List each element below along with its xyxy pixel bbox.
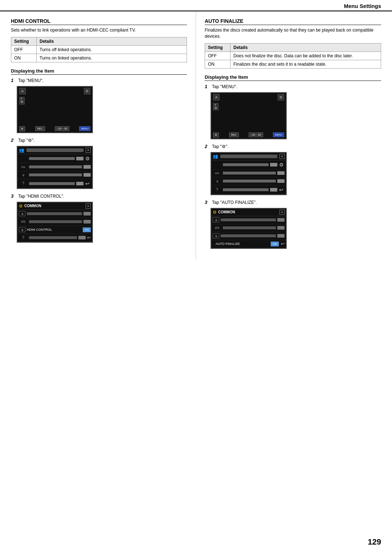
menu-row-val bbox=[277, 171, 285, 175]
hdmi-on-setting: ON bbox=[11, 54, 37, 62]
menu-row-bar bbox=[223, 172, 276, 175]
hdmi-step1: 1 Tap "MENU". bbox=[11, 78, 187, 83]
common-row-bar bbox=[221, 218, 276, 221]
hdmi-control-title: HDMI CONTROL bbox=[11, 18, 187, 25]
cam-btn-left: ⊞ bbox=[19, 126, 25, 131]
menu-back-icon: ↩ bbox=[278, 186, 285, 193]
common-row-val bbox=[277, 226, 285, 230]
af-step2-text: Tap "⚙". bbox=[212, 144, 229, 149]
af-step1-num: 1 bbox=[205, 84, 211, 89]
people-icon: 👥 bbox=[19, 148, 24, 153]
hdmi-step3: 3 Tap "HDMI CONTROL". bbox=[11, 193, 187, 199]
menu-display: 👥 × ⚙ II/II ∨ bbox=[211, 152, 287, 195]
common-ii-row: II/II bbox=[211, 224, 286, 232]
menu-row-bar bbox=[29, 157, 75, 160]
menu-close-button[interactable]: × bbox=[86, 148, 91, 153]
common-back-icon: ↩ bbox=[87, 235, 91, 240]
hdmi-step3-text: Tap "HDMI CONTROL". bbox=[18, 193, 64, 199]
menu-close-button[interactable]: × bbox=[279, 154, 285, 159]
menu-list-row: ∨ bbox=[17, 171, 92, 179]
table-row: ON Finalizes the disc and sets it to a r… bbox=[205, 60, 381, 68]
common-row-bar bbox=[27, 212, 82, 215]
cam-icon-d: D bbox=[278, 94, 284, 100]
cam-btn-2d3d: □2D→3D bbox=[55, 126, 69, 131]
menu-row-bar bbox=[29, 173, 82, 176]
af-common-screen: ⚙ COMMON × ∧ II/II ∨ bbox=[211, 208, 381, 249]
common-row-bar bbox=[29, 220, 82, 223]
menu-list-row: ∨ bbox=[211, 177, 286, 185]
cam-icon-a: A bbox=[19, 88, 26, 94]
hdmi-off-setting: OFF bbox=[11, 45, 37, 54]
common-hdmi-label: HDMI CONTROL bbox=[27, 228, 81, 231]
page-header: Menu Settings bbox=[0, 0, 392, 11]
common-row-bar bbox=[223, 226, 276, 229]
menu-list-row: II/II bbox=[17, 163, 92, 171]
hdmi-control-desc: Sets whether to link operations with an … bbox=[11, 27, 187, 33]
menu-top-row: 👥 × bbox=[17, 147, 92, 154]
cam-bottom-bar: ⊞ REC □2D→3D MENU bbox=[17, 125, 92, 132]
common-q-row: ? ↩ bbox=[17, 234, 92, 242]
auto-finalize-title: AUTO FINALIZE bbox=[205, 18, 381, 25]
common-gear-icon: ⚙ bbox=[19, 204, 23, 209]
hdmi-on-detail: Turns on linked operations. bbox=[37, 54, 187, 62]
cam-btn-rec: REC bbox=[229, 132, 239, 137]
common-back-icon: ↩ bbox=[281, 241, 285, 246]
cam-icon-a: A bbox=[213, 94, 220, 100]
common-row-bar bbox=[29, 236, 77, 239]
af-step3-num: 3 bbox=[205, 200, 211, 205]
menu-row-bar bbox=[29, 182, 75, 185]
common-close-button[interactable]: × bbox=[86, 204, 91, 209]
common-label-q: ? bbox=[19, 236, 28, 240]
af-off-detail: Does not finalize the disc. Data can be … bbox=[230, 52, 381, 60]
af-on-detail: Finalizes the disc and sets it to a read… bbox=[230, 60, 381, 68]
common-close-button[interactable]: × bbox=[279, 210, 285, 215]
af-displaying-title: Displaying the Item bbox=[205, 74, 381, 81]
people-icon: 👥 bbox=[213, 154, 218, 159]
menu-row-val bbox=[76, 157, 83, 160]
page-title: Menu Settings bbox=[344, 3, 381, 9]
menu-label-q: ? bbox=[19, 181, 28, 185]
menu-label-ii: II/II bbox=[213, 172, 221, 175]
af-table-col2: Details bbox=[230, 43, 381, 52]
common-hdmi-on-badge: ON bbox=[83, 227, 91, 232]
hdmi-table-col2: Details bbox=[37, 37, 187, 45]
menu-row-val bbox=[83, 173, 91, 177]
menu-label-q: ? bbox=[213, 188, 221, 192]
common-label-ii: II/II bbox=[19, 220, 28, 223]
menu-row-bar bbox=[223, 180, 276, 182]
cam-btn-2d3d: □2D→3D bbox=[249, 132, 263, 137]
menu-label-ii: II/II bbox=[19, 165, 28, 169]
cam-bottom-bar: ⊞ REC □2D→3D MENU bbox=[211, 131, 286, 139]
common-up-btn[interactable]: ∧ bbox=[213, 217, 219, 222]
hdmi-menu-screen2: 👥 × ⚙ II/II bbox=[17, 146, 187, 189]
menu-title-bar bbox=[220, 155, 277, 158]
menu-row-val bbox=[270, 188, 277, 192]
hdmi-step2-text: Tap "⚙". bbox=[18, 138, 35, 143]
af-step1-text: Tap "MENU". bbox=[212, 84, 237, 89]
hdmi-settings-table: Setting Details OFF Turns off linked ope… bbox=[11, 37, 187, 62]
common-top-row: ⚙ COMMON × bbox=[211, 209, 286, 216]
auto-finalize-table: Setting Details OFF Does not finalize th… bbox=[205, 43, 381, 69]
auto-finalize-section: AUTO FINALIZE Finalizes the discs create… bbox=[196, 12, 392, 260]
hdmi-step2-num: 2 bbox=[11, 138, 17, 143]
af-table-col1: Setting bbox=[205, 43, 230, 52]
hdmi-table-col1: Setting bbox=[11, 37, 37, 45]
common-row-val bbox=[78, 236, 86, 239]
common-down-btn[interactable]: ∨ bbox=[19, 227, 25, 232]
menu-back-icon: ↩ bbox=[84, 180, 91, 187]
hdmi-off-detail: Turns off linked operations. bbox=[37, 45, 187, 54]
menu-list-row: ⚙ bbox=[17, 154, 92, 163]
common-display: ⚙ COMMON × ∧ II/II ∨ bbox=[211, 208, 287, 249]
af-off-setting: OFF bbox=[205, 52, 230, 60]
menu-list-row: ? ↩ bbox=[17, 179, 92, 188]
af-step3-text: Tap "AUTO FINALIZE". bbox=[212, 200, 257, 205]
common-row-bar bbox=[221, 234, 276, 237]
hdmi-step3-num: 3 bbox=[11, 193, 17, 199]
common-nav-row: ∧ bbox=[211, 216, 286, 224]
common-down-btn[interactable]: ∨ bbox=[213, 233, 219, 238]
common-label-ii: II/II bbox=[213, 226, 221, 230]
menu-display: 👥 × ⚙ II/II bbox=[17, 146, 93, 189]
common-up-btn[interactable]: ∧ bbox=[19, 211, 25, 216]
af-camera-screen1: A D TW ⊞ REC □2D→3D MENU bbox=[211, 92, 381, 139]
camera-display: A D TW ⊞ REC □2D→3D MENU bbox=[17, 86, 93, 133]
